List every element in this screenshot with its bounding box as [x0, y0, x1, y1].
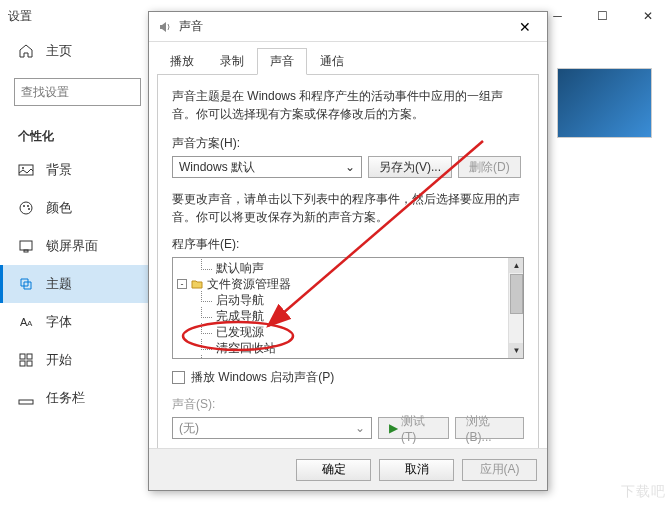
font-icon: AA — [18, 314, 34, 330]
sidebar-item-label: 锁屏界面 — [46, 237, 98, 255]
lockscreen-icon — [18, 238, 34, 254]
sound-combobox: (无) ⌄ — [172, 417, 372, 439]
svg-point-2 — [20, 202, 32, 214]
sound-dialog: 声音 ✕ 播放 录制 声音 通信 声音主题是在 Windows 和程序产生的活动… — [148, 11, 548, 491]
start-icon — [18, 352, 34, 368]
section-label: 个性化 — [0, 114, 155, 151]
sound-value: (无) — [179, 420, 199, 437]
sidebar-home-label: 主页 — [46, 42, 72, 60]
settings-title: 设置 — [8, 8, 32, 25]
svg-point-3 — [23, 205, 25, 207]
scheme-combobox[interactable]: Windows 默认 ⌄ — [172, 156, 362, 178]
event-item-empty-recycle-bin[interactable]: 清空回收站 — [173, 340, 523, 356]
sidebar-item-themes[interactable]: 主题 — [0, 265, 155, 303]
cancel-button[interactable]: 取消 — [379, 459, 454, 481]
svg-rect-10 — [20, 354, 25, 359]
svg-rect-14 — [19, 400, 33, 404]
svg-rect-12 — [20, 361, 25, 366]
dialog-tabs: 播放 录制 声音 通信 — [149, 42, 547, 75]
sidebar-item-label: 字体 — [46, 313, 72, 331]
taskbar-icon — [18, 390, 34, 406]
sound-label: 声音(S): — [172, 396, 524, 413]
sidebar-item-start[interactable]: 开始 — [0, 341, 155, 379]
palette-icon — [18, 200, 34, 216]
svg-text:A: A — [27, 319, 33, 328]
sidebar-item-lockscreen[interactable]: 锁屏界面 — [0, 227, 155, 265]
theme-preview — [557, 68, 652, 138]
event-item[interactable]: 装订画册 — [173, 356, 523, 359]
maximize-button[interactable]: ☐ — [580, 0, 625, 32]
intro-text: 声音主题是在 Windows 和程序产生的活动事件中应用的一组声音。你可以选择现… — [172, 87, 524, 123]
svg-rect-0 — [19, 165, 33, 175]
svg-point-5 — [28, 208, 30, 210]
themes-icon — [18, 276, 34, 292]
speaker-icon — [157, 19, 173, 35]
sidebar-item-label: 颜色 — [46, 199, 72, 217]
apply-button: 应用(A) — [462, 459, 537, 481]
events-listbox[interactable]: 默认响声 - 文件资源管理器 启动导航 完成导航 已发现源 清空回收站 装订画册… — [172, 257, 524, 359]
chevron-down-icon: ⌄ — [355, 421, 365, 435]
svg-point-1 — [22, 167, 24, 169]
tab-sounds[interactable]: 声音 — [257, 48, 307, 75]
image-icon — [18, 162, 34, 178]
scheme-label: 声音方案(H): — [172, 135, 524, 152]
scroll-up-arrow[interactable]: ▲ — [509, 258, 524, 273]
browse-button: 浏览(B)... — [455, 417, 524, 439]
dialog-buttons: 确定 取消 应用(A) — [149, 448, 547, 490]
dialog-titlebar: 声音 ✕ — [149, 12, 547, 42]
chevron-down-icon: ⌄ — [345, 160, 355, 174]
description-text: 要更改声音，请单击以下列表中的程序事件，然后选择要应用的声音。你可以将更改保存为… — [172, 190, 524, 226]
event-item[interactable]: 默认响声 — [173, 260, 523, 276]
event-group[interactable]: - 文件资源管理器 — [173, 276, 523, 292]
scheme-value: Windows 默认 — [179, 159, 255, 176]
sidebar-item-label: 任务栏 — [46, 389, 85, 407]
scroll-thumb[interactable] — [510, 274, 523, 314]
events-label: 程序事件(E): — [172, 236, 524, 253]
sidebar-item-label: 主题 — [46, 275, 72, 293]
tab-recording[interactable]: 录制 — [207, 48, 257, 75]
sidebar-item-background[interactable]: 背景 — [0, 151, 155, 189]
event-item[interactable]: 完成导航 — [173, 308, 523, 324]
svg-rect-7 — [24, 250, 28, 252]
home-icon — [18, 43, 34, 59]
event-item[interactable]: 已发现源 — [173, 324, 523, 340]
tab-panel-sounds: 声音主题是在 Windows 和程序产生的活动事件中应用的一组声音。你可以选择现… — [157, 74, 539, 472]
scrollbar[interactable]: ▲ ▼ — [508, 258, 523, 358]
svg-rect-13 — [27, 361, 32, 366]
startup-sound-row[interactable]: 播放 Windows 启动声音(P) — [172, 369, 524, 386]
sidebar-item-home[interactable]: 主页 — [0, 32, 155, 70]
svg-rect-6 — [20, 241, 32, 250]
dialog-close-button[interactable]: ✕ — [511, 17, 539, 37]
play-icon: ▶ — [389, 421, 398, 435]
sidebar-item-label: 背景 — [46, 161, 72, 179]
sidebar-item-taskbar[interactable]: 任务栏 — [0, 379, 155, 417]
tab-communications[interactable]: 通信 — [307, 48, 357, 75]
tab-playback[interactable]: 播放 — [157, 48, 207, 75]
saveas-button[interactable]: 另存为(V)... — [368, 156, 452, 178]
sidebar-item-colors[interactable]: 颜色 — [0, 189, 155, 227]
settings-sidebar: 主页 个性化 背景 颜色 锁屏界面 主题 AA 字体 开始 — [0, 32, 155, 505]
tree-collapse-icon[interactable]: - — [177, 279, 187, 289]
close-button[interactable]: ✕ — [625, 0, 670, 32]
svg-rect-11 — [27, 354, 32, 359]
folder-icon — [191, 278, 203, 290]
test-button: ▶ 测试(T) — [378, 417, 449, 439]
sidebar-item-label: 开始 — [46, 351, 72, 369]
scroll-down-arrow[interactable]: ▼ — [509, 343, 524, 358]
svg-point-4 — [27, 205, 29, 207]
ok-button[interactable]: 确定 — [296, 459, 371, 481]
startup-label: 播放 Windows 启动声音(P) — [191, 369, 334, 386]
event-item[interactable]: 启动导航 — [173, 292, 523, 308]
startup-checkbox[interactable] — [172, 371, 185, 384]
dialog-title: 声音 — [179, 18, 203, 35]
search-input[interactable] — [14, 78, 141, 106]
delete-button: 删除(D) — [458, 156, 521, 178]
sidebar-item-fonts[interactable]: AA 字体 — [0, 303, 155, 341]
watermark: 下载吧 — [621, 483, 666, 501]
